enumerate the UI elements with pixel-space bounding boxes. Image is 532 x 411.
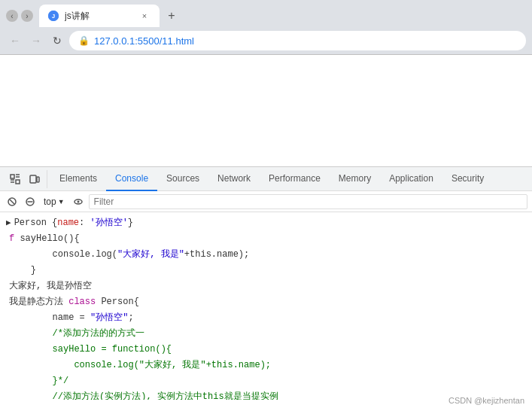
svg-rect-8 — [30, 175, 36, 183]
console-line: console.log("大家好, 我是"+this.name); — [0, 358, 532, 373]
forward-button[interactable]: → — [27, 32, 45, 50]
svg-line-11 — [10, 199, 14, 204]
tab-application[interactable]: Application — [380, 167, 442, 191]
console-line: 我是静态方法 class Person{ — [0, 294, 532, 310]
context-select[interactable]: top ▼ — [41, 196, 68, 208]
watermark: CSDN @kejizhentan — [448, 396, 524, 405]
tab-bar: ‹ › J js讲解 × + — [0, 0, 532, 27]
context-chevron-icon: ▼ — [58, 198, 65, 206]
new-tab-button[interactable]: + — [163, 7, 181, 25]
filter-input[interactable] — [89, 194, 527, 209]
url-bar[interactable]: 🔒 127.0.0.1:5500/11.html — [69, 31, 526, 50]
svg-text:J: J — [52, 13, 55, 20]
tab-network[interactable]: Network — [208, 167, 260, 191]
svg-rect-3 — [16, 180, 20, 184]
inspect-element-icon[interactable] — [6, 170, 24, 188]
svg-rect-2 — [11, 175, 14, 178]
console-line: name = "孙悟空"; — [0, 310, 532, 326]
active-tab[interactable]: J js讲解 × — [39, 5, 160, 27]
tab-memory[interactable]: Memory — [330, 167, 380, 191]
tab-title: js讲解 — [65, 10, 132, 23]
tab-elements[interactable]: Elements — [50, 167, 106, 191]
url-text: 127.0.0.1:5500/11.html — [94, 35, 517, 47]
console-line: f sayHello(){ — [0, 231, 532, 247]
tab-security[interactable]: Security — [442, 167, 493, 191]
console-line: } — [0, 263, 532, 279]
browser-window: ‹ › J js讲解 × + ← → ↻ 🔒 127. — [0, 0, 532, 411]
console-line: 大家好, 我是孙悟空 — [0, 279, 532, 294]
tab-close-button[interactable]: × — [138, 10, 150, 22]
devtools-panel: Elements Console Sources Network Perform… — [0, 166, 532, 400]
address-bar: ← → ↻ 🔒 127.0.0.1:5500/11.html — [0, 27, 532, 54]
context-label: top — [44, 196, 56, 207]
page-content — [0, 55, 532, 166]
console-line: sayHello = function(){ — [0, 342, 532, 358]
tab-sources[interactable]: Sources — [157, 167, 208, 191]
tab-console[interactable]: Console — [106, 167, 157, 191]
svg-point-15 — [77, 200, 79, 202]
block-icon[interactable] — [23, 194, 38, 209]
device-toggle-icon[interactable] — [26, 170, 44, 188]
browser-forward-btn[interactable]: › — [21, 10, 33, 22]
console-line: ▶ Person {name: '孙悟空'} — [0, 215, 532, 231]
devtools-tab-icons — [3, 170, 47, 188]
console-line: }*/ — [0, 373, 532, 389]
tab-favicon: J — [48, 11, 59, 21]
url-lock-icon: 🔒 — [78, 35, 90, 46]
browser-nav-left: ‹ › — [6, 10, 33, 22]
console-output[interactable]: ▶ Person {name: '孙悟空'} f sayHello(){ con… — [0, 212, 532, 400]
tab-performance[interactable]: Performance — [260, 167, 330, 191]
console-line: console.log("大家好, 我是"+this.name); — [0, 247, 532, 263]
eye-icon[interactable] — [71, 194, 86, 209]
back-button[interactable]: ← — [6, 32, 24, 50]
expand-arrow-icon: ▶ — [6, 216, 11, 230]
browser-back-btn[interactable]: ‹ — [6, 10, 18, 22]
devtools-tab-bar: Elements Console Sources Network Perform… — [0, 167, 532, 191]
clear-console-button[interactable] — [5, 194, 20, 209]
reload-button[interactable]: ↻ — [48, 32, 66, 50]
browser-chrome: ‹ › J js讲解 × + ← → ↻ 🔒 127. — [0, 0, 532, 55]
console-toolbar: top ▼ — [0, 191, 532, 212]
console-line: /*添加方法的的方式一 — [0, 326, 532, 342]
svg-rect-9 — [37, 177, 39, 182]
